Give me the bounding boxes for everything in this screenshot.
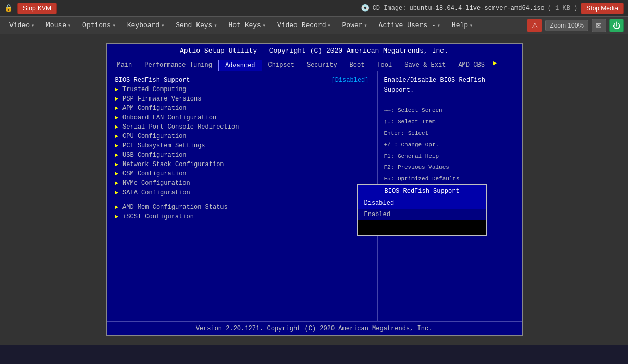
bios-item-sata[interactable]: ► SATA Configuration <box>107 188 377 197</box>
arrow-icon: ► <box>115 133 119 140</box>
key-help-enter: Enter: Select <box>384 129 515 139</box>
popup-black-bar <box>358 220 486 235</box>
tab-save-exit[interactable]: Save & Exit <box>398 60 452 71</box>
bios-item-iscsi-label: iSCSI Configuration <box>122 213 194 220</box>
bios-item-cpu-label: CPU Configuration <box>122 133 186 140</box>
chevron-down-icon: ▾ <box>68 22 71 29</box>
menu-active-users[interactable]: Active Users - ▾ <box>374 19 446 31</box>
tab-tool[interactable]: Tool <box>371 60 398 71</box>
chevron-down-icon: ▾ <box>470 22 473 29</box>
menu-options[interactable]: Options ▾ <box>77 19 121 31</box>
tab-advanced[interactable]: Advanced <box>218 60 262 71</box>
bios-item-pci[interactable]: ► PCI Subsystem Settings <box>107 141 377 150</box>
bios-popup: BIOS RedFish Support Disabled Enabled <box>357 184 487 236</box>
arrow-icon: ► <box>115 86 119 93</box>
arrow-icon: ► <box>115 171 119 177</box>
tab-boot[interactable]: Boot <box>343 60 371 71</box>
menu-keyboard[interactable]: Keyboard ▾ <box>122 19 169 31</box>
arrow-icon: ► <box>115 124 119 130</box>
bios-item-onboard-lan-label: Onboard LAN Configuration <box>122 114 216 121</box>
bios-title-text: Aptio Setup Utility – Copyright (C) 2020… <box>180 47 448 55</box>
menu-help[interactable]: Help ▾ <box>447 19 478 31</box>
tab-chipset[interactable]: Chipset <box>262 60 301 71</box>
menu-power-label: Power <box>342 21 363 29</box>
key-help-f2: F2: Previous Values <box>384 162 515 173</box>
key-help-change: +/-: Change Opt. <box>384 140 515 150</box>
zoom-button[interactable]: Zoom 100% <box>545 20 588 31</box>
bios-container: Aptio Setup Utility – Copyright (C) 2020… <box>106 43 523 336</box>
menu-mouse-label: Mouse <box>46 21 66 29</box>
bios-nav: Main Performance Tuning Advanced Chipset… <box>107 58 522 71</box>
bios-item-trusted-computing-label: Trusted Computing <box>122 86 186 93</box>
menu-video-record-label: Video Record <box>277 21 326 29</box>
bios-item-usb-label: USB Configuration <box>122 152 186 159</box>
spacer <box>107 197 377 203</box>
key-help-select-item: ↑↓: Select Item <box>384 117 515 128</box>
popup-title-bar: BIOS RedFish Support <box>358 185 486 197</box>
cd-info: 💿 CD Image: ubuntu-18.04.4-live-server-a… <box>361 3 624 14</box>
bios-item-trusted-computing[interactable]: ► Trusted Computing <box>107 85 377 94</box>
popup-option-enabled[interactable]: Enabled <box>358 209 486 220</box>
bios-item-onboard-lan[interactable]: ► Onboard LAN Configuration <box>107 113 377 122</box>
menu-video[interactable]: Video ▾ <box>4 19 40 31</box>
bios-item-serial-port[interactable]: ► Serial Port Console Redirection <box>107 122 377 132</box>
cd-size: ( 1 KB ) <box>548 5 578 12</box>
alert-button[interactable]: ⚠ <box>527 19 542 32</box>
chevron-down-icon: ▾ <box>161 22 164 29</box>
bios-item-redfish[interactable]: BIOS RedFish Support [Disabled] <box>107 76 377 85</box>
power-button[interactable]: ⏻ <box>609 19 624 32</box>
menu-power[interactable]: Power ▾ <box>337 19 373 31</box>
alert-icon: ⚠ <box>532 21 538 30</box>
arrow-icon: ► <box>115 152 119 158</box>
chevron-down-icon: ▾ <box>437 22 440 29</box>
bios-item-csm[interactable]: ► CSM Configuration <box>107 169 377 179</box>
bios-item-apm-label: APM Configuration <box>122 105 186 112</box>
arrow-icon: ► <box>115 190 119 196</box>
chevron-down-icon: ▾ <box>31 22 34 29</box>
chat-button[interactable]: ✉ <box>592 19 606 32</box>
cd-icon: 💿 <box>361 4 370 12</box>
bios-item-iscsi[interactable]: ► iSCSI Configuration <box>107 212 377 221</box>
bios-item-sata-label: SATA Configuration <box>122 189 190 196</box>
arrow-icon: ► <box>115 180 119 186</box>
cd-filename: ubuntu-18.04.4-live-server-amd64.iso <box>409 5 544 12</box>
bios-item-amd-mem[interactable]: ► AMD Mem Configuration Status <box>107 203 377 212</box>
menu-video-label: Video <box>9 21 30 29</box>
help-text: Enable/Disable BIOS RedFish Support. <box>384 76 515 95</box>
menu-send-keys[interactable]: Send Keys ▾ <box>170 19 222 31</box>
bios-item-apm[interactable]: ► APM Configuration <box>107 104 377 113</box>
arrow-icon: ► <box>115 143 119 149</box>
tab-performance-tuning[interactable]: Performance Tuning <box>138 60 218 71</box>
menu-hot-keys[interactable]: Hot Keys ▾ <box>223 19 270 31</box>
chat-icon: ✉ <box>596 21 602 30</box>
bios-item-pci-label: PCI Subsystem Settings <box>122 142 205 149</box>
bios-left-panel: BIOS RedFish Support [Disabled] ► Truste… <box>107 71 378 321</box>
bios-main: BIOS RedFish Support [Disabled] ► Truste… <box>107 71 522 321</box>
bios-item-psp-firmware[interactable]: ► PSP Firmware Versions <box>107 94 377 104</box>
stop-media-button[interactable]: Stop Media <box>581 3 624 14</box>
popup-option-disabled[interactable]: Disabled <box>358 197 486 209</box>
bios-item-cpu[interactable]: ► CPU Configuration <box>107 132 377 141</box>
menu-mouse[interactable]: Mouse ▾ <box>41 19 76 31</box>
tab-security[interactable]: Security <box>301 60 343 71</box>
bios-item-amd-mem-label: AMD Mem Configuration Status <box>122 204 228 211</box>
bios-item-redfish-value: [Disabled] <box>331 77 368 84</box>
arrow-icon: ► <box>115 214 119 220</box>
key-help-f1: F1: General Help <box>384 152 515 162</box>
cd-label: CD Image: <box>373 5 407 12</box>
stop-kvm-button[interactable]: Stop KVM <box>17 3 57 14</box>
tab-amd-cbs[interactable]: AMD CBS <box>452 60 490 71</box>
menu-send-keys-label: Send Keys <box>176 21 212 29</box>
bios-item-usb[interactable]: ► USB Configuration <box>107 150 377 160</box>
bios-item-network[interactable]: ► Network Stack Configuration <box>107 160 377 169</box>
menu-hot-keys-label: Hot Keys <box>228 21 261 29</box>
arrow-icon: ► <box>115 204 119 210</box>
bios-item-redfish-label: BIOS RedFish Support <box>115 77 190 84</box>
chevron-down-icon: ▾ <box>214 22 217 29</box>
top-bar: 🔒 Stop KVM 💿 CD Image: ubuntu-18.04.4-li… <box>0 0 628 17</box>
bios-item-nvme[interactable]: ► NVMe Configuration <box>107 179 377 188</box>
arrow-icon: ► <box>115 105 119 111</box>
tab-main[interactable]: Main <box>111 60 139 71</box>
menu-help-label: Help <box>452 21 468 29</box>
menu-video-record[interactable]: Video Record ▾ <box>272 19 336 31</box>
